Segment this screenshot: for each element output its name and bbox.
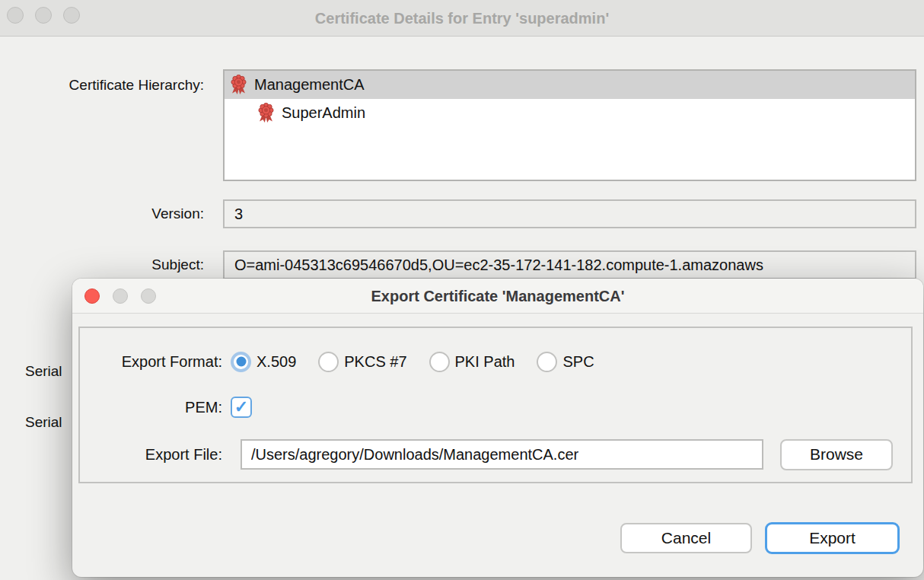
subject-label: Subject: <box>0 257 204 273</box>
export-certificate-dialog: Export Certificate 'ManagementCA' Export… <box>72 279 923 577</box>
radio-label: PKCS #7 <box>344 353 406 371</box>
dialog-titlebar[interactable]: Export Certificate 'ManagementCA' <box>72 279 923 314</box>
dialog-title: Export Certificate 'ManagementCA' <box>72 279 923 314</box>
radio-label: SPC <box>562 353 594 371</box>
radio-option-pki-path[interactable]: PKI Path <box>429 352 515 372</box>
radio-icon[interactable] <box>429 352 450 372</box>
certificate-icon <box>257 103 275 123</box>
checkmark-icon: ✓ <box>234 397 248 417</box>
radio-icon[interactable] <box>537 352 557 372</box>
version-field: 3 <box>223 199 916 228</box>
window-titlebar[interactable]: Certificate Details for Entry 'superadmi… <box>0 0 924 37</box>
radio-option-spc[interactable]: SPC <box>537 352 594 372</box>
list-item[interactable]: SuperAdmin <box>225 99 915 127</box>
radio-label: X.509 <box>256 353 296 371</box>
certificate-hierarchy-list[interactable]: ManagementCA SuperAdmin <box>223 69 916 181</box>
window-title: Certificate Details for Entry 'superadmi… <box>0 0 924 37</box>
radio-icon[interactable] <box>318 352 339 372</box>
cancel-button[interactable]: Cancel <box>620 523 752 553</box>
export-button[interactable]: Export <box>765 522 900 554</box>
subject-field: O=ami-045313c69546670d5,OU=ec2-35-172-14… <box>223 250 916 279</box>
radio-icon[interactable] <box>231 352 251 372</box>
radio-option-x509[interactable]: X.509 <box>231 352 296 372</box>
list-item-label: SuperAdmin <box>282 104 365 122</box>
export-format-row: Export Format: X.509 PKCS #7 PKI Path SP… <box>80 345 911 378</box>
export-file-input[interactable] <box>241 439 763 470</box>
certificate-hierarchy-label: Certificate Hierarchy: <box>0 77 204 94</box>
list-item-label: ManagementCA <box>254 76 365 94</box>
version-label: Version: <box>0 206 204 222</box>
pem-label: PEM: <box>80 399 222 416</box>
browse-button[interactable]: Browse <box>780 439 893 470</box>
export-format-radio-group: X.509 PKCS #7 PKI Path SPC <box>231 352 617 372</box>
pem-row: PEM: ✓ <box>80 390 911 424</box>
export-file-label: Export File: <box>80 446 222 464</box>
radio-option-pkcs7[interactable]: PKCS #7 <box>318 352 406 372</box>
export-format-label: Export Format: <box>80 353 222 371</box>
certificate-icon <box>230 75 247 95</box>
export-file-row: Export File: Browse <box>80 438 911 471</box>
radio-label: PKI Path <box>455 353 515 371</box>
list-item[interactable]: ManagementCA <box>225 71 915 99</box>
pem-checkbox[interactable]: ✓ <box>231 397 252 418</box>
export-options-group: Export Format: X.509 PKCS #7 PKI Path SP… <box>78 327 913 483</box>
